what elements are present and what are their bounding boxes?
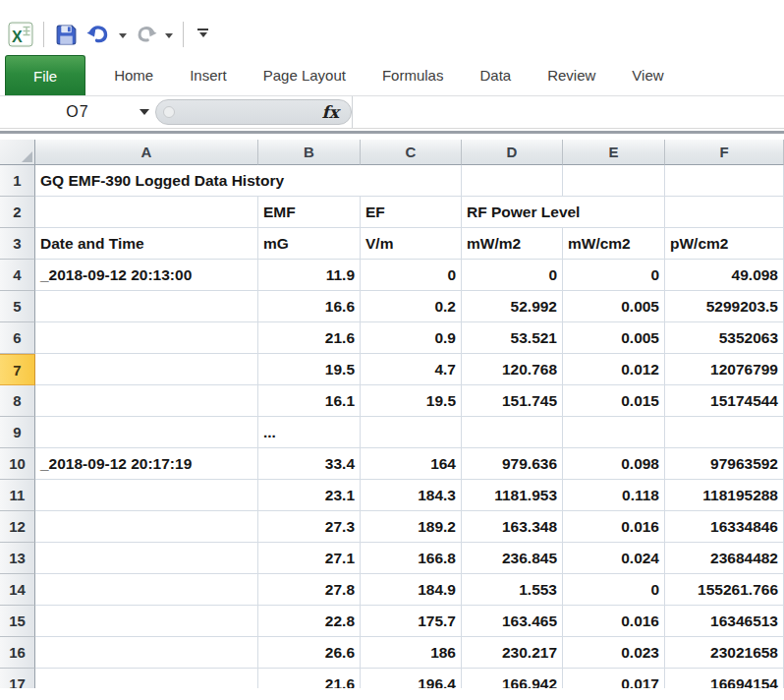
cell-D14[interactable]: 1.553 xyxy=(462,574,563,606)
cell-B12[interactable]: 27.3 xyxy=(258,511,361,543)
cell-E17[interactable]: 0.017 xyxy=(563,669,665,688)
cell-A5[interactable] xyxy=(35,291,258,322)
row-header-10[interactable]: 10 xyxy=(0,448,35,480)
select-all-corner[interactable] xyxy=(0,140,35,165)
cell-C14[interactable]: 184.9 xyxy=(361,574,462,606)
undo-icon[interactable] xyxy=(85,23,112,46)
cell-B5[interactable]: 16.6 xyxy=(258,291,361,322)
cell-D8[interactable]: 151.745 xyxy=(462,385,563,417)
column-header-F[interactable]: F xyxy=(665,140,784,165)
cell-A4[interactable]: _2018-09-12 20:13:00 xyxy=(35,260,258,291)
row-header-2[interactable]: 2 xyxy=(0,197,35,228)
cell-E4[interactable]: 0 xyxy=(563,260,665,291)
cell-D5[interactable]: 52.992 xyxy=(462,291,563,322)
cell-E6[interactable]: 0.005 xyxy=(563,322,665,354)
cell-E15[interactable]: 0.016 xyxy=(563,606,665,637)
cell-D4[interactable]: 0 xyxy=(462,260,563,291)
cell-D15[interactable]: 163.465 xyxy=(462,606,563,637)
cell-C15[interactable]: 175.7 xyxy=(361,606,462,637)
tab-page-layout[interactable]: Page Layout xyxy=(249,55,361,95)
cell-F2[interactable] xyxy=(665,197,784,228)
redo-dropdown-icon[interactable] xyxy=(165,33,173,42)
name-box-dropdown-icon[interactable] xyxy=(140,109,149,120)
cell-C9[interactable] xyxy=(361,417,462,448)
cell-B6[interactable]: 21.6 xyxy=(258,322,361,354)
cell-C5[interactable]: 0.2 xyxy=(361,291,462,322)
row-header-15[interactable]: 15 xyxy=(0,606,35,637)
cell-B14[interactable]: 27.8 xyxy=(258,574,361,606)
row-header-16[interactable]: 16 xyxy=(0,637,35,669)
row-header-5[interactable]: 5 xyxy=(0,291,35,322)
cell-F11[interactable]: 118195288 xyxy=(665,480,784,511)
cell-A1[interactable]: GQ EMF-390 Logged Data History xyxy=(35,165,462,197)
cell-C3[interactable]: V/m xyxy=(361,228,462,260)
undo-dropdown-icon[interactable] xyxy=(119,33,127,42)
row-header-1[interactable]: 1 xyxy=(0,165,35,197)
row-header-9[interactable]: 9 xyxy=(0,417,35,448)
cell-F8[interactable]: 15174544 xyxy=(665,385,784,417)
cell-B8[interactable]: 16.1 xyxy=(258,385,361,417)
cell-C7[interactable]: 4.7 xyxy=(361,354,462,385)
cell-F14[interactable]: 155261.766 xyxy=(665,574,784,606)
cell-F15[interactable]: 16346513 xyxy=(665,606,784,637)
row-header-8[interactable]: 8 xyxy=(0,385,35,417)
cell-E9[interactable] xyxy=(563,417,665,448)
customize-quick-access-toolbar-button[interactable] xyxy=(194,27,212,43)
tab-data[interactable]: Data xyxy=(465,55,526,95)
cell-B10[interactable]: 33.4 xyxy=(258,448,361,480)
cell-C2[interactable]: EF xyxy=(361,197,462,228)
cell-A12[interactable] xyxy=(35,511,258,543)
redo-icon[interactable] xyxy=(134,24,158,45)
row-header-3[interactable]: 3 xyxy=(0,228,35,260)
cell-E11[interactable]: 0.118 xyxy=(563,480,665,511)
cell-F13[interactable]: 23684482 xyxy=(665,543,784,574)
cell-A10[interactable]: _2018-09-12 20:17:19 xyxy=(35,448,258,480)
cell-A16[interactable] xyxy=(35,637,258,669)
cell-F9[interactable] xyxy=(665,417,784,448)
cell-C13[interactable]: 166.8 xyxy=(361,543,462,574)
cell-A7[interactable] xyxy=(35,354,258,385)
cell-D12[interactable]: 163.348 xyxy=(462,511,563,543)
cell-A17[interactable] xyxy=(35,669,258,688)
column-header-B[interactable]: B xyxy=(258,140,361,165)
column-header-D[interactable]: D xyxy=(462,140,563,165)
cell-C8[interactable]: 19.5 xyxy=(361,385,462,417)
cell-B15[interactable]: 22.8 xyxy=(258,606,361,637)
cell-C16[interactable]: 186 xyxy=(361,637,462,669)
excel-app-icon[interactable]: X xyxy=(8,22,33,47)
cell-A8[interactable] xyxy=(35,385,258,417)
cell-B16[interactable]: 26.6 xyxy=(258,637,361,669)
name-box[interactable]: O7 xyxy=(0,96,155,128)
row-header-11[interactable]: 11 xyxy=(0,480,35,511)
cell-F1[interactable] xyxy=(665,165,784,197)
cell-F5[interactable]: 5299203.5 xyxy=(665,291,784,322)
cell-B3[interactable]: mG xyxy=(258,228,361,260)
row-header-4[interactable]: 4 xyxy=(0,260,35,291)
row-header-14[interactable]: 14 xyxy=(0,574,35,606)
cell-A14[interactable] xyxy=(35,574,258,606)
cell-C11[interactable]: 184.3 xyxy=(361,480,462,511)
row-header-13[interactable]: 13 xyxy=(0,543,35,574)
save-icon[interactable] xyxy=(54,23,79,47)
column-header-E[interactable]: E xyxy=(563,140,665,165)
cell-F12[interactable]: 16334846 xyxy=(665,511,784,543)
cell-B11[interactable]: 23.1 xyxy=(258,480,361,511)
cell-E12[interactable]: 0.016 xyxy=(563,511,665,543)
cell-D9[interactable] xyxy=(462,417,563,448)
cell-A15[interactable] xyxy=(35,606,258,637)
cell-C4[interactable]: 0 xyxy=(361,260,462,291)
cell-B7[interactable]: 19.5 xyxy=(258,354,361,385)
cell-D1[interactable] xyxy=(462,165,563,197)
cell-E7[interactable]: 0.012 xyxy=(563,354,665,385)
tab-review[interactable]: Review xyxy=(532,55,610,95)
row-header-17[interactable]: 17 xyxy=(0,669,35,688)
cell-C17[interactable]: 196.4 xyxy=(361,669,462,688)
cell-A2[interactable] xyxy=(35,197,258,228)
cell-B13[interactable]: 27.1 xyxy=(258,543,361,574)
tab-insert[interactable]: Insert xyxy=(175,55,242,95)
cell-E1[interactable] xyxy=(563,165,665,197)
cell-E3[interactable]: mW/cm2 xyxy=(563,228,665,260)
cell-B17[interactable]: 21.6 xyxy=(258,669,361,688)
cell-E13[interactable]: 0.024 xyxy=(563,543,665,574)
cell-A9[interactable] xyxy=(35,417,258,448)
